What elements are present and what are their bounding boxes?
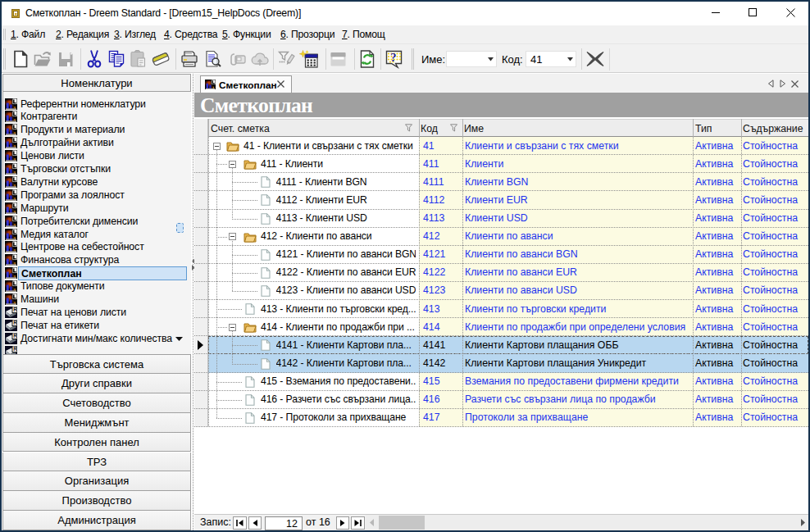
svg-text:R: R [13, 320, 17, 325]
svg-text:R: R [13, 333, 17, 339]
svg-text:R: R [13, 346, 17, 352]
svg-text:?: ? [390, 51, 396, 64]
svg-text:R: R [13, 307, 17, 312]
